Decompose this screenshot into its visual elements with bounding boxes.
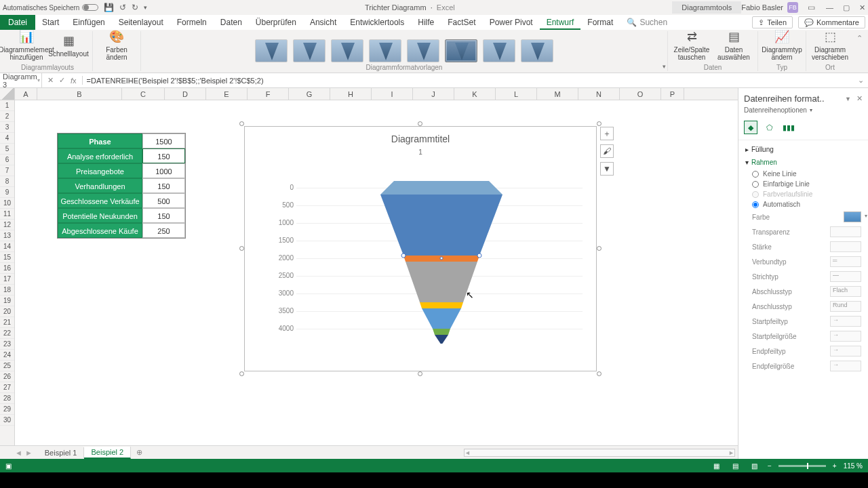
- border-cap-select[interactable]: Flach: [830, 286, 861, 297]
- row-header[interactable]: 28: [0, 393, 14, 404]
- arrow-begin-type-select[interactable]: →: [830, 316, 861, 327]
- pane-dropdown-icon[interactable]: ▼: [845, 96, 851, 102]
- row-header[interactable]: 7: [0, 165, 14, 176]
- row-header[interactable]: 10: [0, 198, 14, 209]
- column-header[interactable]: L: [496, 88, 537, 100]
- table-row-label[interactable]: Verhandlungen: [58, 178, 142, 193]
- quick-layout-button[interactable]: ▦Schnelllayout: [49, 28, 88, 62]
- section-fill[interactable]: ▸Füllung: [745, 143, 861, 156]
- tab-start[interactable]: Start: [35, 15, 66, 30]
- zoom-out-icon[interactable]: −: [768, 462, 772, 470]
- row-header[interactable]: 14: [0, 241, 14, 252]
- table-row-value[interactable]: 150: [142, 178, 185, 193]
- row-header[interactable]: 5: [0, 144, 14, 155]
- select-data-button[interactable]: ▤Daten auswählen: [714, 28, 753, 62]
- column-header[interactable]: I: [372, 88, 413, 100]
- border-dash-select[interactable]: —: [830, 271, 861, 282]
- column-header[interactable]: O: [620, 88, 661, 100]
- row-header[interactable]: 15: [0, 252, 14, 263]
- page-layout-view-icon[interactable]: ▤: [730, 462, 742, 470]
- name-box[interactable]: Diagramm 3▾: [0, 73, 42, 89]
- table-row-value[interactable]: 250: [142, 223, 185, 238]
- border-auto-radio[interactable]: Automatisch: [745, 199, 861, 209]
- change-colors-button[interactable]: 🎨Farben ändern: [97, 28, 136, 62]
- tell-me-search[interactable]: 🔍 Suchen: [627, 15, 667, 30]
- pane-close-icon[interactable]: ✕: [856, 94, 863, 102]
- chart-style-1[interactable]: [255, 39, 288, 62]
- maximize-icon[interactable]: ▢: [843, 3, 850, 12]
- record-macro-icon[interactable]: ▣: [5, 462, 12, 470]
- row-header[interactable]: 3: [0, 122, 14, 133]
- chart-style-3[interactable]: [331, 39, 363, 62]
- undo-icon[interactable]: ↺: [119, 3, 126, 12]
- row-header[interactable]: 1: [0, 100, 14, 111]
- chart-filter-button[interactable]: ▼: [600, 162, 614, 176]
- styles-more-icon[interactable]: ▾: [663, 63, 666, 70]
- row-header[interactable]: 27: [0, 382, 14, 393]
- horizontal-scrollbar[interactable]: ◄►: [464, 449, 735, 457]
- tab-insert[interactable]: Einfügen: [66, 15, 111, 30]
- row-header[interactable]: 16: [0, 263, 14, 274]
- row-header[interactable]: 4: [0, 133, 14, 144]
- column-header[interactable]: F: [248, 88, 289, 100]
- add-sheet-button[interactable]: ⊕: [131, 448, 148, 457]
- table-header-label[interactable]: Phase: [58, 134, 142, 148]
- border-solid-radio[interactable]: Einfarbige Linie: [745, 179, 861, 189]
- table-row-value[interactable]: 150: [142, 148, 185, 163]
- normal-view-icon[interactable]: ▦: [711, 462, 723, 470]
- chart-style-8[interactable]: [521, 39, 553, 62]
- border-gradient-radio[interactable]: Farbverlaufslinie: [745, 189, 861, 199]
- row-header[interactable]: 12: [0, 220, 14, 230]
- cancel-formula-icon[interactable]: ✕: [47, 76, 54, 85]
- formula-input[interactable]: =DATENREIHE('Beispiel 2'!$B$5;;'Beispiel…: [83, 77, 854, 85]
- effects-tab-icon[interactable]: ⬠: [763, 121, 776, 134]
- minimize-icon[interactable]: —: [826, 3, 833, 12]
- border-compound-select[interactable]: ═: [830, 256, 861, 267]
- row-header[interactable]: 26: [0, 371, 14, 382]
- collapse-ribbon-icon[interactable]: ⌃: [856, 34, 863, 43]
- table-row-label[interactable]: Preisangebote: [58, 163, 142, 178]
- table-row-label[interactable]: Geschlossene Verkäufe: [58, 193, 142, 208]
- tab-developer[interactable]: Entwicklertools: [343, 15, 411, 30]
- sheet-nav-next-icon[interactable]: ►: [25, 449, 33, 457]
- zoom-in-icon[interactable]: +: [833, 462, 837, 470]
- column-header[interactable]: J: [413, 88, 454, 100]
- fill-line-tab-icon[interactable]: ◆: [744, 121, 757, 134]
- arrow-end-size-select[interactable]: →: [830, 361, 861, 371]
- series-options-tab-icon[interactable]: ▮▮▮: [782, 121, 795, 134]
- tab-format[interactable]: Format: [580, 15, 620, 30]
- ribbon-display-icon[interactable]: ▭: [808, 3, 815, 12]
- tab-factset[interactable]: FactSet: [441, 15, 482, 30]
- chart-style-5[interactable]: [407, 39, 439, 62]
- table-header-value[interactable]: 1500: [142, 134, 185, 148]
- tab-formulas[interactable]: Formeln: [170, 15, 214, 30]
- column-header[interactable]: A: [15, 88, 37, 100]
- section-border[interactable]: ▾Rahmen: [745, 156, 861, 169]
- zoom-slider[interactable]: [778, 465, 826, 467]
- add-chart-element-button[interactable]: 📊Diagrammelement hinzufügen: [7, 28, 46, 62]
- row-header[interactable]: 30: [0, 415, 14, 426]
- row-header[interactable]: 2: [0, 111, 14, 122]
- zoom-level[interactable]: 115 %: [844, 462, 863, 470]
- row-header[interactable]: 21: [0, 317, 14, 328]
- chart-title[interactable]: Diagrammtitel: [245, 127, 596, 144]
- sheet-tab-2[interactable]: Beispiel 2: [84, 447, 131, 459]
- border-width-input[interactable]: [830, 241, 861, 252]
- chart-style-2[interactable]: [293, 39, 326, 62]
- chart-style-4[interactable]: [369, 39, 401, 62]
- page-break-view-icon[interactable]: ▧: [749, 462, 761, 470]
- row-header[interactable]: 29: [0, 404, 14, 415]
- save-icon[interactable]: 💾: [104, 3, 114, 12]
- row-header[interactable]: 25: [0, 361, 14, 371]
- column-header[interactable]: E: [206, 88, 248, 100]
- row-header[interactable]: 19: [0, 296, 14, 306]
- tab-review[interactable]: Überprüfen: [249, 15, 303, 30]
- redo-icon[interactable]: ↻: [132, 3, 138, 12]
- row-header[interactable]: 11: [0, 209, 14, 220]
- expand-formula-icon[interactable]: ⌄: [854, 76, 868, 85]
- sheet-nav-prev-icon[interactable]: ◄: [15, 449, 22, 457]
- column-header[interactable]: P: [661, 88, 684, 100]
- row-header[interactable]: 17: [0, 274, 14, 285]
- tab-pagelayout[interactable]: Seitenlayout: [112, 15, 170, 30]
- border-none-radio[interactable]: Keine Linie: [745, 169, 861, 179]
